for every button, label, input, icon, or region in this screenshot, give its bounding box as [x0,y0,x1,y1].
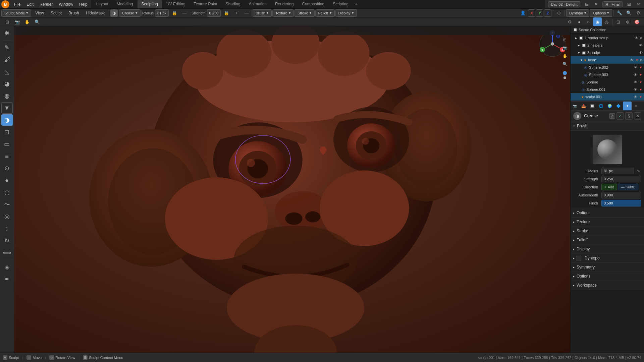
hand-icon[interactable]: ✋ [23,17,32,26]
header-view[interactable]: View [33,10,47,16]
snap-icon[interactable]: 🎯 [633,17,641,26]
tool-scrape[interactable]: ◺ [1,66,13,77]
display-dropdown[interactable]: Display▾ [335,9,357,17]
prop-tab-physics[interactable]: ⚛ [632,102,640,110]
options-dropdown[interactable]: Options▾ [590,9,612,17]
tool-fill[interactable]: ◕ [1,78,13,89]
strength-prop-value[interactable]: 0.250 [601,176,641,182]
grid-icon[interactable]: ⊞ [3,17,11,26]
tree-item-helpers[interactable]: ▸ 🔲 2 helpers 👁 [571,42,644,49]
tab-scripting[interactable]: Scripting [329,0,353,8]
tab-layout[interactable]: Layout [92,0,112,8]
eye-sculpt001[interactable]: 👁 [634,95,637,99]
render-title[interactable]: R - Final [602,1,623,7]
section-display-header[interactable]: ▸ Display [571,245,644,253]
tool-flatten[interactable]: ▭ [1,138,13,150]
prop-tab-object[interactable]: 🔷 [614,102,623,110]
tool-rotate[interactable]: ↻ [1,235,13,246]
solid-mode-icon[interactable]: ● [575,17,584,26]
eye-helpers[interactable]: 👁 [639,43,643,47]
tree-item-heart[interactable]: ▾ ♥ heart 👁 🔻 ⚙ [571,56,644,64]
autosmooth-prop-value[interactable]: 0.000 [601,192,641,198]
direction-subtract-btn[interactable]: — Subtr. [618,184,638,190]
menu-file[interactable]: File [11,1,23,7]
view-selector-icon[interactable]: 🔧 [615,9,624,17]
eye-render-setup[interactable]: 👁 [635,36,638,40]
magnet-icon[interactable]: 🔍 [33,17,42,26]
tree-item-render-setup[interactable]: ▸ 🔲 1 render setup 👁 ⚙ [571,34,644,42]
filter-icon[interactable]: ⚙ [634,9,643,17]
prop-tab-particles[interactable]: ✦ [623,102,632,110]
prop-tab-scene[interactable]: 🌐 [597,102,605,110]
brush-dropdown[interactable]: Brush▾ [253,9,272,17]
scene-title[interactable]: Day 02 - Delight [548,1,581,7]
header-brush-menu[interactable]: Brush [66,10,82,16]
crease-copy-btn[interactable]: ⎘ [625,112,633,120]
tool-pen[interactable]: ✒ [1,274,13,285]
section-dyntopo-header[interactable]: ▸ Dyntopo [571,254,644,262]
direction-add-btn[interactable]: + Add [601,184,617,190]
axis-z-btn[interactable]: Z [544,9,551,17]
lock-view-icon[interactable]: ✋ [561,52,569,60]
texture-dropdown[interactable]: Texture▾ [272,9,294,17]
tab-shading[interactable]: Shading [222,0,245,8]
tool-mask[interactable]: ◈ [1,261,13,273]
dyntopo-dropdown[interactable]: Dyntopo▾ [566,9,589,17]
ortho-icon[interactable]: ⊞ [561,36,569,44]
tool-nudge[interactable]: ↕ [1,223,13,234]
section-stroke-header[interactable]: ▸ Stroke [571,227,644,235]
tool-smooth[interactable]: ⊡ [1,126,13,138]
header-hidemask[interactable]: Hide/Mask [83,10,108,16]
axis-y-btn[interactable]: Y [536,9,543,17]
tree-item-sphere001[interactable]: ◎ Sphere.001 👁 🔻 [571,86,644,93]
editor-type-icon[interactable]: 🔍 [625,9,633,17]
tool-select[interactable]: ✱ [1,27,13,39]
prop-tab-view[interactable]: 🔲 [588,102,597,110]
brush-name-selector[interactable]: Crease ▾ [119,9,140,17]
material-mode-icon[interactable]: ◉ [593,17,602,26]
menu-render[interactable]: Render [37,1,55,7]
tab-texture-paint[interactable]: Texture Paint [190,0,221,8]
dyntopo-checkbox[interactable] [577,256,581,260]
menu-edit[interactable]: Edit [24,1,36,7]
zoom-icon[interactable]: 🔍 [561,60,569,68]
falloff-dropdown[interactable]: Falloff▾ [315,9,335,17]
tab-modeling[interactable]: Modeling [113,0,137,8]
tool-draw2[interactable]: 🖌 [1,54,13,65]
prop-tab-world[interactable]: 🌍 [605,102,614,110]
tree-item-sphere002[interactable]: ◎ Sphere.002 👁 🔻 [571,64,644,71]
tree-item-sphere[interactable]: ◎ Sphere 👁 🔻 [571,78,644,86]
menu-help[interactable]: Help [76,1,90,7]
viewport-canvas[interactable]: Z X Y ⊞ 📷 ✋ [14,26,570,353]
menu-window[interactable]: Window [56,1,76,7]
crease-delete-btn[interactable]: ✕ [634,112,641,120]
radius-minus-icon[interactable]: — [180,9,189,17]
tool-draw[interactable]: ✎ [1,42,13,53]
tool-inflate[interactable]: ⊙ [1,163,13,174]
tool-pinch[interactable]: ◍ [1,90,13,102]
tab-animation[interactable]: Animation [245,0,271,8]
camera2-icon[interactable]: 📷 [13,17,21,26]
eye-sphere002[interactable]: 👁 [634,65,637,69]
mode-selector[interactable]: Sculpt Mode ▾ [1,9,31,17]
brush-section-header[interactable]: ▾ Brush [571,121,644,131]
eye-sphere001[interactable]: 👁 [634,87,637,92]
tool-crease[interactable]: ▼ [1,102,13,114]
tool-elastic[interactable]: ◌ [1,187,13,198]
tab-sculpting[interactable]: Sculpting [138,0,162,8]
scene-icon2[interactable]: ✕ [592,0,600,9]
viewport[interactable]: Z X Y ⊞ 📷 ✋ [14,26,570,353]
render-mode-icon[interactable]: ◎ [602,17,611,26]
overlay-icon[interactable]: ⊡ [614,17,623,26]
radius-prop-value[interactable]: 81 px [601,168,634,174]
eye-heart[interactable]: 👁 [630,58,634,62]
stroke-dropdown[interactable]: Stroke▾ [294,9,315,17]
tool-slide[interactable]: ⟺ [1,247,13,258]
render-icon1[interactable]: ⊞ [625,0,633,9]
scene-icon1[interactable]: ⊞ [582,0,591,9]
add-workspace-button[interactable]: + [353,1,360,7]
tree-item-sphere003[interactable]: ◎ Sphere.003 👁 🔻 [571,71,644,78]
tool-snake[interactable]: 〜 [1,199,13,210]
header-sculpt[interactable]: Sculpt [48,10,64,16]
tool-blob[interactable]: ● [1,175,13,186]
